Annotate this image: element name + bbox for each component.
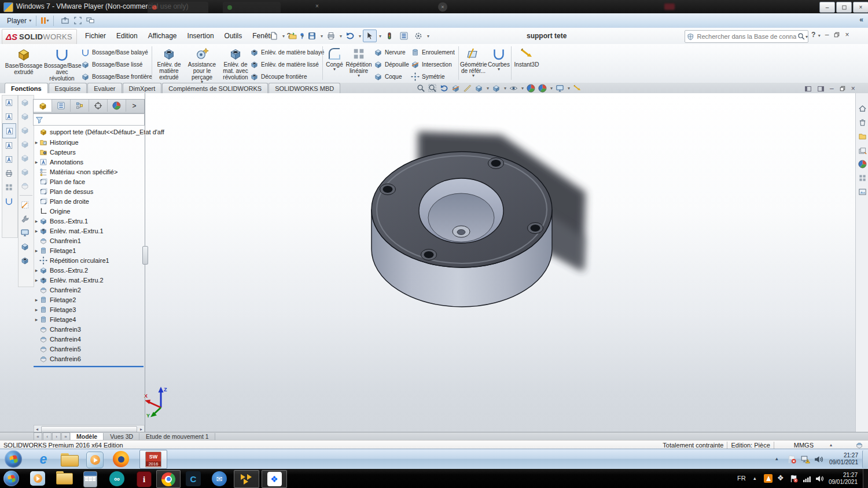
view-orientation-icon[interactable]: [475, 84, 483, 93]
tree-item[interactable]: ▸Filetage4: [34, 315, 76, 324]
search-input[interactable]: [696, 32, 797, 41]
view-cube-icon[interactable]: [19, 109, 31, 123]
collapse-pane-right-icon[interactable]: [817, 85, 825, 93]
annotation-arrow-icon[interactable]: [2, 123, 16, 138]
vlc-icon[interactable]: [764, 474, 773, 483]
instant3d-button[interactable]: Instant3D: [513, 46, 540, 82]
units-arrow-icon[interactable]: ▴: [830, 442, 832, 447]
calculator-icon[interactable]: [83, 471, 97, 487]
design-library-icon[interactable]: [856, 129, 868, 143]
tree-item[interactable]: Capteurs: [34, 148, 76, 157]
tree-item[interactable]: Plan de droite: [34, 197, 89, 206]
next-tab-button[interactable]: ›: [52, 432, 61, 441]
new-document-icon[interactable]: [267, 30, 280, 42]
action-center-flag-icon[interactable]: [789, 474, 799, 483]
tree-item[interactable]: Plan de dessus: [34, 187, 93, 196]
doc-close-icon[interactable]: ×: [851, 85, 855, 93]
revolved-cut-button[interactable]: Enlèv. de mat. avec révolution: [220, 46, 251, 82]
windows-explorer-icon[interactable]: [61, 453, 78, 465]
tab-etude-mouvement[interactable]: Etude de mouvement 1: [140, 433, 215, 441]
circle-close-icon[interactable]: ×: [438, 2, 447, 12]
tree-item[interactable]: Chanfrein4: [34, 335, 81, 344]
lofted-cut-button[interactable]: Enlèv. de matière lissé: [250, 59, 319, 70]
vmware-workstation-icon[interactable]: [234, 470, 259, 488]
tree-item[interactable]: ▸Filetage2: [34, 295, 76, 304]
mirror-button[interactable]: Symétrie: [411, 71, 444, 82]
host-tray-expand-icon[interactable]: ▴: [753, 475, 756, 481]
tab-dimxpert[interactable]: DimXpert: [123, 83, 162, 93]
tree-item[interactable]: Chanfrein2: [34, 285, 81, 295]
featuremanager-tab[interactable]: [34, 100, 52, 112]
hide-show-items-icon[interactable]: [509, 84, 518, 93]
draft-button[interactable]: Dépouille: [374, 59, 409, 70]
unity-mode-icon[interactable]: [58, 15, 71, 27]
media-player-icon[interactable]: [86, 452, 104, 468]
app-minimize-icon[interactable]: –: [825, 31, 829, 39]
chain-link-icon[interactable]: [2, 194, 15, 208]
tree-item[interactable]: Chanfrein1: [34, 236, 81, 245]
knowledge-base-search[interactable]: ▾: [685, 30, 808, 43]
annotation-star-icon[interactable]: [2, 96, 15, 109]
tree-filter-field[interactable]: [33, 113, 145, 126]
annotation-add-icon[interactable]: [2, 138, 15, 152]
solidworks-taskbar-icon[interactable]: SW 2016: [139, 450, 167, 469]
volume-icon[interactable]: [815, 474, 824, 483]
print-icon[interactable]: [325, 30, 337, 42]
threaded-hole[interactable]: [380, 184, 396, 195]
guest-clock[interactable]: 21:2709/01/2021: [826, 452, 858, 466]
background-tab[interactable]: [223, 2, 281, 13]
extruded-cut-button[interactable]: Enlèv. de matière extrudé: [154, 46, 184, 82]
resources-home-icon[interactable]: [856, 101, 868, 115]
view-cube-icon[interactable]: [19, 123, 31, 137]
save-icon[interactable]: [306, 30, 318, 42]
dropbox-tray-icon[interactable]: ❖: [777, 474, 784, 482]
language-indicator[interactable]: FR: [737, 475, 746, 482]
tree-item[interactable]: ▸Filetage1: [34, 246, 76, 255]
configurationmanager-tab[interactable]: [71, 100, 89, 112]
window-close-button[interactable]: ×: [853, 2, 868, 13]
boundary-cut-button[interactable]: Découpe frontière: [250, 71, 307, 82]
guest-start-button[interactable]: [5, 450, 22, 468]
chrome-icon[interactable]: [156, 470, 181, 488]
tree-item[interactable]: ▸Enlèv. mat.-Extru.1: [34, 226, 104, 236]
help-icon[interactable]: ? ▾: [811, 31, 821, 39]
tools-wrench-icon[interactable]: [19, 212, 31, 226]
window-minimize-button[interactable]: –: [819, 2, 835, 13]
view-cube-icon[interactable]: [19, 96, 31, 109]
action-center-flag-icon[interactable]: [787, 454, 797, 464]
print-note-icon[interactable]: [2, 166, 15, 180]
host-start-button[interactable]: [3, 471, 19, 486]
propertymanager-tab[interactable]: [52, 100, 71, 112]
splitter-handle[interactable]: [142, 246, 148, 265]
rebuild-traffic-light-icon[interactable]: [383, 30, 396, 42]
file-explorer-icon[interactable]: [56, 473, 72, 484]
network-warning-icon[interactable]: [800, 454, 810, 464]
screen-capture-icon[interactable]: [19, 226, 31, 240]
background-tab[interactable]: [148, 2, 208, 13]
tab-esquisse[interactable]: Esquisse: [49, 83, 87, 93]
curves-button[interactable]: Courbes ▾: [487, 46, 510, 82]
firefox-icon[interactable]: [113, 451, 129, 467]
volume-icon[interactable]: [814, 454, 823, 464]
tree-item[interactable]: Plan de face: [34, 177, 85, 186]
view-settings-icon[interactable]: [556, 84, 564, 93]
tree-item[interactable]: ▸Boss.-Extru.1: [34, 217, 88, 226]
part-cube-icon[interactable]: [19, 240, 31, 254]
view-cube-icon[interactable]: [19, 165, 31, 179]
tree-item[interactable]: Origine: [34, 207, 70, 216]
options-gear-icon[interactable]: [412, 30, 425, 42]
host-clock[interactable]: 21:2709/01/2021: [825, 472, 858, 486]
player-menu[interactable]: Player ▾: [7, 17, 31, 25]
collapse-pane-left-icon[interactable]: [804, 85, 812, 93]
extruded-boss-base-button[interactable]: Base/Bossage extrudé: [5, 46, 43, 82]
dimxpertmanager-tab[interactable]: [89, 100, 108, 112]
intersect-button[interactable]: Intersection: [411, 59, 452, 70]
first-tab-button[interactable]: «: [34, 432, 42, 441]
hole-wizard-button[interactable]: Assistance pour le perçage ▾: [185, 46, 219, 82]
host-show-desktop-button[interactable]: [863, 469, 868, 488]
threaded-hole[interactable]: [421, 249, 437, 260]
tab-modele[interactable]: Modèle: [71, 433, 104, 441]
zoom-area-icon[interactable]: [428, 84, 437, 93]
previous-view-icon[interactable]: [440, 84, 448, 93]
search-icon[interactable]: [797, 32, 805, 41]
